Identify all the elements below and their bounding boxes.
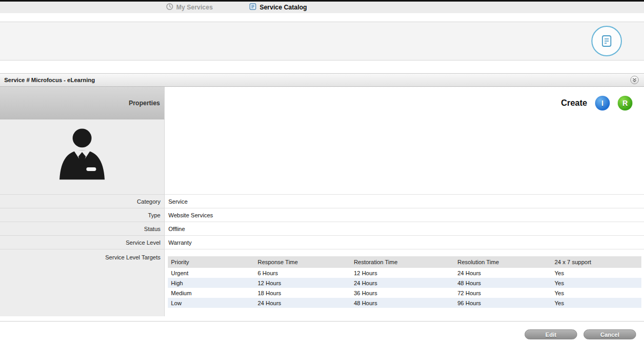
cell: 72 Hours bbox=[454, 288, 551, 298]
properties-header-row: Properties Create I R bbox=[0, 87, 644, 119]
field-value: Website Services bbox=[165, 208, 644, 222]
cell: 24 Hours bbox=[255, 298, 351, 308]
footer-divider bbox=[0, 321, 644, 322]
service-section-header: Service # Microfocus - eLearning bbox=[0, 73, 644, 87]
field-label: Type bbox=[0, 208, 165, 222]
spacer bbox=[0, 61, 644, 73]
toolbar-band bbox=[0, 22, 644, 61]
service-avatar-cell bbox=[0, 119, 165, 194]
tab-my-services-label: My Services bbox=[176, 4, 213, 11]
cell: Medium bbox=[168, 288, 255, 298]
cell: Yes bbox=[551, 288, 641, 298]
table-row: Low 24 Hours 48 Hours 96 Hours Yes bbox=[168, 298, 641, 308]
avatar-row bbox=[0, 119, 644, 194]
service-avatar bbox=[52, 125, 113, 188]
create-request-button[interactable]: R bbox=[618, 96, 632, 111]
col-response-time: Response Time bbox=[255, 256, 351, 268]
tab-service-catalog[interactable]: Service Catalog bbox=[249, 3, 307, 12]
avatar-row-spacer bbox=[165, 119, 644, 194]
field-row-type: Type Website Services bbox=[0, 208, 644, 222]
cell: 96 Hours bbox=[454, 298, 551, 308]
properties-title: Properties bbox=[0, 87, 165, 119]
catalog-icon bbox=[249, 3, 256, 12]
service-level-targets-row: Service Level Targets Priority Response … bbox=[0, 249, 644, 316]
field-label: Category bbox=[0, 194, 165, 208]
edit-button[interactable]: Edit bbox=[525, 329, 577, 339]
tab-my-services[interactable]: My Services bbox=[166, 3, 213, 12]
field-row-status: Status Offline bbox=[0, 222, 644, 235]
page-title: Service # Microfocus - eLearning bbox=[4, 77, 95, 83]
service-catalog-circle-icon[interactable] bbox=[591, 26, 622, 56]
footer: Edit Cancel bbox=[0, 321, 644, 341]
col-resolution-time: Resolution Time bbox=[454, 256, 551, 268]
clock-icon bbox=[166, 3, 173, 12]
cell: 24 Hours bbox=[454, 268, 551, 278]
table-row: Medium 18 Hours 36 Hours 72 Hours Yes bbox=[168, 288, 641, 298]
table-row: Urgent 6 Hours 12 Hours 24 Hours Yes bbox=[168, 268, 641, 278]
table-row: High 12 Hours 24 Hours 48 Hours Yes bbox=[168, 278, 641, 288]
cell: 36 Hours bbox=[350, 288, 454, 298]
tab-service-catalog-label: Service Catalog bbox=[259, 4, 307, 11]
create-area: Create I R bbox=[165, 87, 644, 119]
targets-label: Service Level Targets bbox=[0, 249, 165, 316]
main-tab-bar: My Services Service Catalog bbox=[0, 2, 644, 13]
cell: Low bbox=[168, 298, 255, 308]
cell: Yes bbox=[551, 278, 641, 288]
tab-gap bbox=[0, 13, 644, 22]
cell: Yes bbox=[551, 268, 641, 278]
cancel-button[interactable]: Cancel bbox=[583, 329, 636, 339]
field-row-category: Category Service bbox=[0, 194, 644, 208]
field-label: Status bbox=[0, 222, 165, 235]
field-value: Service bbox=[165, 194, 644, 208]
cell: 12 Hours bbox=[350, 268, 454, 278]
create-label: Create bbox=[561, 98, 587, 108]
cell: Yes bbox=[551, 298, 641, 308]
table-header-row: Priority Response Time Restoration Time … bbox=[168, 256, 641, 268]
field-row-service-level: Service Level Warranty bbox=[0, 235, 644, 249]
collapse-section-button[interactable] bbox=[630, 76, 639, 84]
cell: 48 Hours bbox=[350, 298, 454, 308]
service-details-page: My Services Service Catalog bbox=[0, 0, 644, 341]
cell: 48 Hours bbox=[454, 278, 551, 288]
create-incident-button[interactable]: I bbox=[595, 96, 610, 111]
field-value: Offline bbox=[165, 222, 644, 235]
field-value: Warranty bbox=[165, 235, 644, 249]
col-24x7-support: 24 x 7 support bbox=[551, 256, 641, 268]
cell: Urgent bbox=[168, 268, 255, 278]
field-label: Service Level bbox=[0, 235, 165, 249]
cell: 18 Hours bbox=[255, 288, 351, 298]
cell: 12 Hours bbox=[255, 278, 351, 288]
col-restoration-time: Restoration Time bbox=[350, 256, 454, 268]
cell: 6 Hours bbox=[255, 268, 351, 278]
sla-targets-table: Priority Response Time Restoration Time … bbox=[168, 256, 641, 308]
footer-buttons: Edit Cancel bbox=[525, 329, 636, 339]
col-priority: Priority bbox=[168, 256, 255, 268]
cell: High bbox=[168, 278, 255, 288]
targets-table-container: Priority Response Time Restoration Time … bbox=[165, 249, 644, 316]
cell: 24 Hours bbox=[350, 278, 454, 288]
